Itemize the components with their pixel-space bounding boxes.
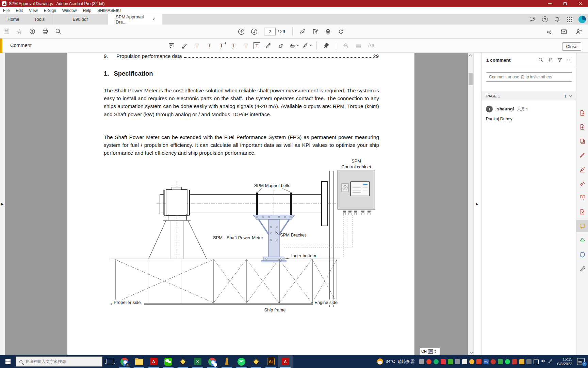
- comment-sort-icon[interactable]: [548, 57, 553, 64]
- tray-pen-icon[interactable]: [548, 358, 553, 365]
- comment-input[interactable]: [486, 72, 572, 82]
- add-stamp-icon[interactable]: [289, 40, 299, 51]
- taskbar-acrobat[interactable]: A: [146, 355, 161, 368]
- tray-check-icon[interactable]: [498, 359, 503, 364]
- tray-volume-icon[interactable]: [541, 358, 546, 365]
- account-avatar[interactable]: [578, 16, 586, 23]
- menu-file[interactable]: File: [0, 8, 13, 13]
- tray-wd-icon[interactable]: WD: [484, 359, 489, 364]
- print-button[interactable]: [40, 26, 51, 37]
- tray-phone-icon[interactable]: [448, 359, 453, 364]
- taskbar-search-box[interactable]: [16, 356, 102, 367]
- ime-lang-label[interactable]: CH: [421, 349, 427, 353]
- share-upload-button[interactable]: [27, 26, 38, 37]
- tray-alert-icon[interactable]: [469, 359, 474, 364]
- ime-stepper[interactable]: [434, 350, 436, 353]
- close-button[interactable]: [573, 0, 588, 7]
- menu-help[interactable]: Help: [80, 8, 95, 13]
- tray-display-icon[interactable]: [534, 359, 539, 364]
- taskbar-tower-app[interactable]: [219, 355, 234, 368]
- sidebar-organize-pages[interactable]: [576, 191, 588, 204]
- pdf-page[interactable]: 9. Propulsion performance data 29 1.Spec…: [67, 53, 414, 355]
- taskbar-kite-app[interactable]: [176, 355, 190, 368]
- page-section-header[interactable]: PAGE 1 1: [481, 91, 576, 101]
- start-button[interactable]: [0, 355, 16, 368]
- tab-home[interactable]: Home: [0, 14, 27, 25]
- ime-mode-label[interactable]: 速: [428, 349, 433, 354]
- tray-audio-icon[interactable]: [512, 359, 517, 364]
- tray-notes-icon[interactable]: [462, 359, 467, 364]
- sidebar-request-signatures[interactable]: [576, 163, 588, 175]
- comment-item[interactable]: T sheungi 六月 9 Pankaj Dubey: [486, 106, 571, 121]
- sidebar-comment-selected[interactable]: [576, 220, 588, 232]
- close-comment-button[interactable]: Close: [562, 42, 581, 51]
- add-drawing-icon[interactable]: [301, 40, 312, 51]
- help-icon[interactable]: ?: [542, 16, 548, 22]
- apps-grid-icon[interactable]: [567, 17, 572, 22]
- taskbar-file-explorer[interactable]: [132, 355, 146, 368]
- pin-attachment-icon[interactable]: [321, 40, 332, 51]
- taskbar-spotify[interactable]: [234, 355, 249, 368]
- sidebar-more-tools[interactable]: [576, 263, 588, 275]
- drawing-dropdown-caret[interactable]: [309, 45, 312, 46]
- menu-window[interactable]: Window: [59, 8, 80, 13]
- taskbar-weather[interactable]: 34°C 晴時多雲: [377, 358, 414, 365]
- share-link-icon[interactable]: [543, 26, 554, 37]
- sidebar-fill-sign[interactable]: [576, 178, 588, 190]
- tray-icon-swirl[interactable]: [491, 359, 496, 364]
- insert-text-icon[interactable]: T^: [229, 41, 239, 50]
- delete-trash-button[interactable]: [323, 26, 333, 37]
- taskbar-kite-app-2[interactable]: [249, 355, 263, 368]
- sidebar-scan-ocr[interactable]: [576, 234, 588, 246]
- add-sticky-note-icon[interactable]: [166, 40, 177, 51]
- tab-doc-spm-active[interactable]: SPM Approval Dra... ×: [108, 14, 162, 25]
- undo-redo-button[interactable]: [336, 26, 346, 37]
- underline-text-icon[interactable]: T: [192, 41, 202, 50]
- tray-icon-red-square[interactable]: [441, 359, 446, 364]
- page-number-input[interactable]: 2: [264, 28, 276, 35]
- taskbar-chrome-2[interactable]: [205, 355, 219, 368]
- tab-close-icon[interactable]: ×: [152, 17, 155, 22]
- comment-filter-icon[interactable]: [557, 57, 562, 64]
- scrollbar-thumb[interactable]: [469, 73, 473, 85]
- sidebar-export-pdf[interactable]: [576, 107, 588, 119]
- tray-icon-green[interactable]: [434, 359, 439, 364]
- invite-person-icon[interactable]: [573, 26, 584, 37]
- scroll-down-arrow[interactable]: [468, 350, 473, 355]
- taskbar-clock[interactable]: 15:15 6/8/2023: [557, 357, 572, 366]
- menu-view[interactable]: View: [26, 8, 41, 13]
- minimize-button[interactable]: [542, 0, 557, 7]
- tray-usb-icon[interactable]: [455, 359, 460, 364]
- tab-doc-e90[interactable]: E90.pdf: [52, 14, 108, 25]
- taskbar-excel[interactable]: X: [190, 355, 205, 368]
- menu-esign[interactable]: E-Sign: [41, 8, 59, 13]
- draw-pencil-icon[interactable]: [263, 40, 274, 51]
- highlight-text-icon[interactable]: [179, 40, 190, 51]
- menu-edit[interactable]: Edit: [13, 8, 26, 13]
- taskbar-wechat[interactable]: [161, 355, 176, 368]
- taskbar-illustrator[interactable]: Ai: [263, 355, 278, 368]
- comment-more-options-icon[interactable]: [567, 57, 572, 64]
- menu-shimaseiki[interactable]: SHIMASEIKI: [94, 8, 124, 13]
- vertical-scrollbar[interactable]: [468, 53, 473, 355]
- search-button[interactable]: [53, 26, 64, 37]
- tray-defender-icon[interactable]: [476, 359, 481, 364]
- star-favorite-button[interactable]: ☆: [14, 26, 25, 37]
- taskbar-acrobat-active[interactable]: A: [278, 355, 293, 368]
- tab-tools[interactable]: Tools: [27, 14, 52, 25]
- notifications-bell-icon[interactable]: [554, 16, 561, 23]
- sidebar-send-for-review[interactable]: [576, 205, 588, 218]
- previous-page-button[interactable]: [236, 26, 247, 37]
- action-center-icon[interactable]: 5: [577, 358, 585, 365]
- tray-spotify-icon[interactable]: [505, 359, 510, 364]
- tray-snip-icon[interactable]: [526, 359, 532, 364]
- comment-search-icon[interactable]: [538, 57, 543, 64]
- save-button[interactable]: [1, 26, 12, 37]
- left-panel-expand-handle[interactable]: ▶: [1, 202, 4, 206]
- sidebar-protect[interactable]: [576, 248, 588, 261]
- stamp-dropdown-caret[interactable]: [296, 45, 299, 46]
- tray-onedrive-icon[interactable]: [419, 359, 424, 364]
- tray-tool-icon[interactable]: [519, 359, 524, 364]
- email-icon[interactable]: [558, 26, 569, 37]
- ime-language-bar[interactable]: CH 速: [420, 348, 440, 355]
